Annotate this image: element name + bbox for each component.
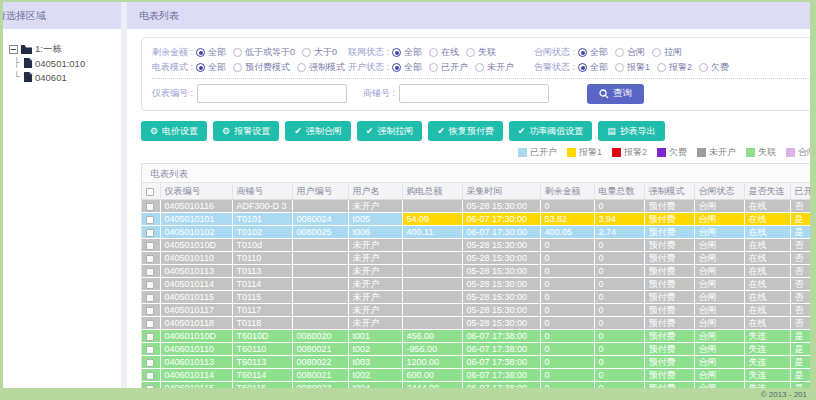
- row-checkbox[interactable]: [146, 333, 154, 341]
- radio-option[interactable]: 未开户: [475, 61, 514, 74]
- table-cell: 06-07 17:30:00: [462, 213, 540, 226]
- row-checkbox[interactable]: [146, 385, 154, 388]
- radio-icon[interactable]: [302, 48, 311, 57]
- toolbar-button[interactable]: ⚙ 电价设置: [141, 121, 207, 141]
- folder-icon: [21, 45, 32, 54]
- radio-option[interactable]: 全部: [196, 61, 226, 74]
- radio-option[interactable]: 在线: [429, 46, 459, 59]
- table-cell: 合闸: [694, 252, 744, 265]
- radio-icon[interactable]: [466, 48, 475, 57]
- radio-icon[interactable]: [429, 48, 438, 57]
- toolbar-button[interactable]: ✔ 强制合闸: [285, 121, 351, 141]
- toolbar-button[interactable]: ✔ 恢复预付费: [428, 121, 503, 141]
- table-cell: 0406010110: [160, 343, 232, 356]
- toolbar: ⚙ 电价设置 ⚙ 报警设置 ✔ 强制合闸 ✔ 强制拉闸 ✔ 恢复预付费 ✔ 功率…: [141, 121, 798, 141]
- row-checkbox[interactable]: [146, 268, 154, 276]
- radio-option-label: 低于或等于0: [245, 46, 295, 59]
- filter-row: 剩余金额 全部 低于或等于0 大于0联网状态 全部 在线 失联合闸状态 全部 合…: [152, 45, 810, 60]
- toolbar-button-label: 抄表导出: [620, 125, 656, 138]
- row-checkbox[interactable]: [146, 281, 154, 289]
- radio-option[interactable]: 合闸: [615, 46, 645, 59]
- radio-option[interactable]: 预付费模式: [233, 61, 290, 74]
- row-checkbox[interactable]: [146, 372, 154, 380]
- legend-swatch-icon: [697, 148, 706, 157]
- row-checkbox[interactable]: [146, 255, 154, 263]
- radio-option[interactable]: 大于0: [302, 46, 337, 59]
- legend-swatch-icon: [786, 148, 795, 157]
- toolbar-button[interactable]: ⚙ 报警设置: [213, 121, 279, 141]
- query-button[interactable]: 查询: [587, 84, 644, 104]
- table-cell: 0: [594, 330, 644, 343]
- radio-option[interactable]: 失联: [466, 46, 496, 59]
- radio-option[interactable]: 全部: [392, 61, 422, 74]
- select-all-checkbox[interactable]: [146, 188, 154, 196]
- row-checkbox[interactable]: [146, 229, 154, 237]
- radio-icon[interactable]: [578, 63, 587, 72]
- radio-icon[interactable]: [233, 63, 242, 72]
- radio-icon[interactable]: [615, 48, 624, 57]
- row-checkbox[interactable]: [146, 359, 154, 367]
- toolbar-button[interactable]: ✔ 强制拉闸: [357, 121, 423, 141]
- row-checkbox[interactable]: [146, 216, 154, 224]
- radio-option[interactable]: 欠费: [699, 61, 729, 74]
- table-header-row: 仪表编号商铺号用户编号用户名购电总额采集时间剩余金额电量总数强制模式合闸状态是否…: [142, 183, 810, 200]
- radio-icon[interactable]: [657, 63, 666, 72]
- radio-icon[interactable]: [196, 63, 205, 72]
- row-checkbox[interactable]: [146, 320, 154, 328]
- radio-icon[interactable]: [652, 48, 661, 57]
- table-cell: 05-28 15:30:00: [462, 317, 540, 330]
- tree-node-root[interactable]: 1:一栋: [9, 42, 119, 56]
- table-cell: [402, 265, 462, 278]
- table-cell: T0118: [232, 317, 292, 330]
- radio-icon[interactable]: [475, 63, 484, 72]
- row-select-cell: [142, 291, 160, 304]
- select-all-header: [142, 183, 160, 200]
- radio-option[interactable]: 强制模式: [297, 61, 345, 74]
- radio-icon[interactable]: [392, 48, 401, 57]
- tree-node-label: 040601: [35, 72, 67, 83]
- row-checkbox[interactable]: [146, 346, 154, 354]
- row-checkbox[interactable]: [146, 203, 154, 211]
- tree-node[interactable]: └ 040601: [14, 70, 119, 84]
- radio-icon[interactable]: [699, 63, 708, 72]
- radio-option[interactable]: 拉闸: [652, 46, 682, 59]
- radio-option[interactable]: 报警2: [657, 61, 692, 74]
- table-cell: t003: [348, 356, 402, 369]
- table-cell: 在线: [744, 291, 790, 304]
- toolbar-button[interactable]: ✔ 功率阈值设置: [509, 121, 593, 141]
- toolbar-button[interactable]: ▤ 抄表导出: [598, 121, 665, 141]
- table-cell: 在线: [744, 252, 790, 265]
- table-cell: 0: [594, 200, 644, 213]
- table-cell: 失连: [744, 343, 790, 356]
- tree-collapse-toggle[interactable]: [9, 45, 18, 54]
- meter-number-input[interactable]: [197, 84, 347, 103]
- radio-option[interactable]: 全部: [578, 61, 608, 74]
- radio-option[interactable]: 全部: [392, 46, 422, 59]
- shop-number-label: 商铺号: [363, 87, 395, 100]
- radio-icon[interactable]: [615, 63, 624, 72]
- radio-icon[interactable]: [429, 63, 438, 72]
- radio-icon[interactable]: [196, 48, 205, 57]
- radio-option[interactable]: 报警1: [615, 61, 650, 74]
- row-checkbox[interactable]: [146, 242, 154, 250]
- radio-option[interactable]: 全部: [578, 46, 608, 59]
- legend-item: 未开户: [697, 146, 736, 159]
- tree-node[interactable]: ├ 040501:010: [14, 56, 119, 70]
- row-checkbox[interactable]: [146, 294, 154, 302]
- column-header: 采集时间: [462, 183, 540, 200]
- radio-option-label: 欠费: [711, 61, 729, 74]
- page-title: 电表列表: [127, 2, 810, 29]
- radio-icon[interactable]: [233, 48, 242, 57]
- radio-icon[interactable]: [392, 63, 401, 72]
- row-checkbox[interactable]: [146, 307, 154, 315]
- shop-number-input[interactable]: [399, 84, 549, 103]
- radio-icon[interactable]: [578, 48, 587, 57]
- radio-option[interactable]: 低于或等于0: [233, 46, 295, 59]
- radio-option[interactable]: 全部: [196, 46, 226, 59]
- table-cell: 0405010101: [160, 213, 232, 226]
- radio-icon[interactable]: [297, 63, 306, 72]
- filter-group: 剩余金额 全部 低于或等于0 大于0: [152, 46, 348, 59]
- table-cell: 否: [790, 278, 810, 291]
- table-row: 040501010DT010d未开户05-28 15:30:0000预付费合闸在…: [142, 239, 810, 252]
- radio-option[interactable]: 已开户: [429, 61, 468, 74]
